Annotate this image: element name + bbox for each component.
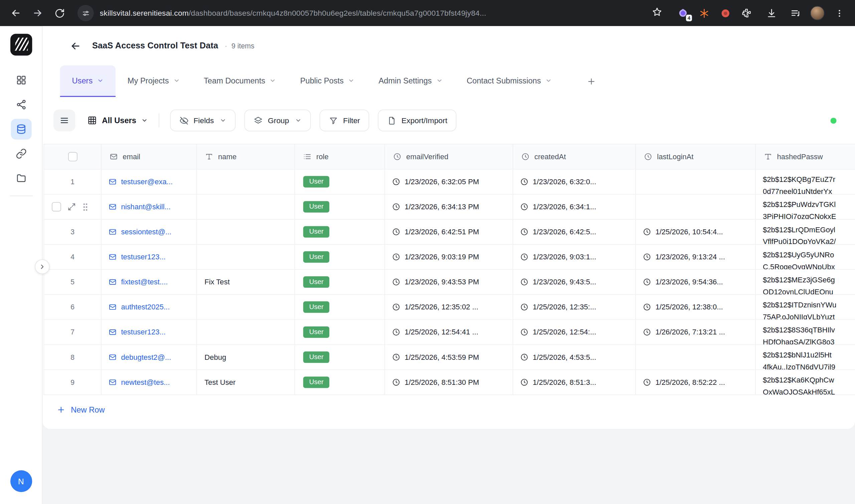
cell-createdAt[interactable]: 1/25/2026, 4:53:5... bbox=[513, 345, 635, 369]
column-header-emailVerified[interactable]: emailVerified bbox=[385, 145, 513, 169]
cell-createdAt[interactable]: 1/23/2026, 9:03:1... bbox=[513, 245, 635, 269]
cell-email[interactable]: debugtest2@... bbox=[102, 345, 197, 369]
expand-row-icon[interactable] bbox=[68, 203, 75, 211]
cell-emailVerified[interactable]: 1/25/2026, 12:35:02 ... bbox=[385, 295, 513, 319]
sidebar-item-integrations[interactable] bbox=[11, 94, 31, 115]
cell-lastLoginAt[interactable] bbox=[636, 345, 756, 369]
row-handle[interactable]: 8 bbox=[44, 345, 101, 369]
cell-createdAt[interactable]: 1/25/2026, 12:35:... bbox=[513, 295, 635, 319]
cell-emailVerified[interactable]: 1/25/2026, 12:54:41 ... bbox=[385, 320, 513, 344]
cell-emailVerified[interactable]: 1/23/2026, 9:03:19 PM bbox=[385, 245, 513, 269]
cell-role[interactable]: User bbox=[295, 295, 385, 319]
cell-lastLoginAt[interactable]: 1/23/2026, 9:54:36... bbox=[636, 270, 756, 294]
row-handle[interactable]: 5 bbox=[44, 270, 101, 294]
extensions-puzzle-icon[interactable] bbox=[739, 6, 753, 20]
cell-role[interactable]: User bbox=[295, 320, 385, 344]
media-queue-button[interactable] bbox=[786, 4, 805, 22]
cell-hashedPassword[interactable]: $2b$12$LrQDmEGoylVflfPu0i1DQpYoVKa2/ bbox=[756, 220, 855, 244]
extension-icon-round[interactable] bbox=[718, 6, 732, 20]
cell-name[interactable]: Test User bbox=[197, 370, 295, 395]
cell-email[interactable]: nishant@skill... bbox=[102, 195, 197, 219]
cell-emailVerified[interactable]: 1/23/2026, 6:34:13 PM bbox=[385, 195, 513, 219]
cell-hashedPassword[interactable]: $2b$12$bNlJ1u2l5Ht4fkAu..IzoTN6dVU7il9 bbox=[756, 345, 855, 369]
downloads-button[interactable] bbox=[762, 4, 781, 22]
cell-createdAt[interactable]: 1/23/2026, 9:43:5... bbox=[513, 270, 635, 294]
row-handle[interactable]: 1 bbox=[44, 169, 101, 194]
column-header-name[interactable]: name bbox=[197, 145, 295, 169]
view-list-menu-button[interactable] bbox=[53, 109, 75, 131]
export-import-button[interactable]: Export/Import bbox=[378, 109, 457, 131]
cell-email[interactable]: newtest@tes... bbox=[102, 370, 197, 395]
filter-button[interactable]: Filter bbox=[320, 109, 369, 131]
cell-hashedPassword[interactable]: $2b$12$KQBg7EuZ7r0d77neel01uNtderYx bbox=[756, 169, 855, 194]
cell-lastLoginAt[interactable]: 1/25/2026, 8:52:22 ... bbox=[636, 370, 756, 395]
select-all-checkbox[interactable] bbox=[68, 152, 77, 162]
column-header-createdAt[interactable]: createdAt bbox=[513, 145, 635, 169]
fields-button[interactable]: Fields bbox=[170, 109, 236, 131]
cell-createdAt[interactable]: 1/25/2026, 8:51:3... bbox=[513, 370, 635, 395]
tab-users[interactable]: Users bbox=[60, 66, 116, 97]
cell-hashedPassword[interactable]: $2b$12$ITDznisnYWu75AP.oJoNIIgVLbYuzt bbox=[756, 295, 855, 319]
bookmark-star-icon[interactable] bbox=[651, 7, 663, 20]
extension-icon-pinned[interactable]: 4 bbox=[676, 6, 690, 20]
sidebar-item-links[interactable] bbox=[11, 143, 31, 164]
cell-role[interactable]: User bbox=[295, 195, 385, 219]
cell-name[interactable]: Fix Test bbox=[197, 270, 295, 294]
cell-createdAt[interactable]: 1/25/2026, 12:54:... bbox=[513, 320, 635, 344]
cell-email[interactable]: authtest2025... bbox=[102, 295, 197, 319]
cell-role[interactable]: User bbox=[295, 370, 385, 395]
drag-handle-icon[interactable] bbox=[83, 203, 88, 211]
cell-lastLoginAt[interactable] bbox=[636, 169, 756, 194]
cell-emailVerified[interactable]: 1/23/2026, 6:42:51 PM bbox=[385, 220, 513, 244]
column-header-role[interactable]: role bbox=[295, 145, 385, 169]
sidebar-item-dashboard[interactable] bbox=[11, 70, 31, 90]
sidebar-item-databases[interactable] bbox=[11, 119, 31, 140]
cell-role[interactable]: User bbox=[295, 169, 385, 194]
cell-email[interactable]: testuser123... bbox=[102, 320, 197, 344]
cell-role[interactable]: User bbox=[295, 220, 385, 244]
cell-hashedPassword[interactable]: $2b$12$MEz3jGSe6gQD12ovnLClUdEQnu bbox=[756, 270, 855, 294]
site-info-icon[interactable] bbox=[77, 5, 94, 21]
back-to-base-button[interactable] bbox=[70, 40, 81, 51]
cell-emailVerified[interactable]: 1/25/2026, 4:53:59 PM bbox=[385, 345, 513, 369]
tab-admin-settings[interactable]: Admin Settings bbox=[367, 66, 455, 97]
sidebar-item-files[interactable] bbox=[11, 168, 31, 188]
back-button[interactable] bbox=[7, 4, 25, 22]
row-checkbox[interactable] bbox=[52, 202, 61, 212]
cell-email[interactable]: fixtest@test.... bbox=[102, 270, 197, 294]
extension-icon-asterisk[interactable] bbox=[697, 6, 711, 20]
cell-hashedPassword[interactable]: $2b$12$Ka6KQphCwOxWaQJQSAkHf65xL bbox=[756, 370, 855, 395]
column-header-lastLoginAt[interactable]: lastLoginAt bbox=[636, 145, 756, 169]
cell-role[interactable]: User bbox=[295, 270, 385, 294]
cell-email[interactable]: sessiontest@... bbox=[102, 220, 197, 244]
tab-contact-submissions[interactable]: Contact Submissions bbox=[455, 66, 564, 97]
cell-hashedPassword[interactable]: $2b$12$8S36qTBHIlvHDfQhagSA/ZlKG8o3 bbox=[756, 320, 855, 344]
cell-hashedPassword[interactable]: $2b$12$UyG5yUNRoC.5RogeQvgWNpUbx bbox=[756, 245, 855, 269]
cell-emailVerified[interactable]: 1/25/2026, 8:51:30 PM bbox=[385, 370, 513, 395]
view-selector[interactable]: All Users bbox=[87, 115, 147, 125]
address-bar[interactable]: skillsvital.serenitiesai.com/dashboard/b… bbox=[77, 5, 663, 21]
cell-name[interactable] bbox=[197, 320, 295, 344]
cell-role[interactable]: User bbox=[295, 345, 385, 369]
group-button[interactable]: Group bbox=[244, 109, 311, 131]
cell-createdAt[interactable]: 1/23/2026, 6:34:1... bbox=[513, 195, 635, 219]
row-handle[interactable]: 7 bbox=[44, 320, 101, 344]
cell-emailVerified[interactable]: 1/23/2026, 9:43:53 PM bbox=[385, 270, 513, 294]
cell-name[interactable] bbox=[197, 220, 295, 244]
cell-hashedPassword[interactable]: $2b$12$PuWdzvTGKl3PiPHIQi7ozgCNokxE bbox=[756, 195, 855, 219]
user-avatar[interactable]: N bbox=[10, 470, 32, 492]
add-table-button[interactable] bbox=[587, 66, 596, 97]
tab-public-posts[interactable]: Public Posts bbox=[288, 66, 367, 97]
cell-email[interactable]: testuser123... bbox=[102, 245, 197, 269]
cell-lastLoginAt[interactable]: 1/25/2026, 12:38:0... bbox=[636, 295, 756, 319]
row-handle[interactable]: 4 bbox=[44, 245, 101, 269]
column-header-hashedPassw[interactable]: hashedPassw bbox=[756, 145, 855, 169]
cell-lastLoginAt[interactable]: 1/23/2026, 9:13:24 ... bbox=[636, 245, 756, 269]
sidebar-expand-toggle[interactable] bbox=[35, 259, 49, 274]
cell-name[interactable] bbox=[197, 295, 295, 319]
tab-my-projects[interactable]: My Projects bbox=[116, 66, 192, 97]
row-handle[interactable]: 9 bbox=[44, 370, 101, 395]
cell-name[interactable] bbox=[197, 245, 295, 269]
cell-lastLoginAt[interactable] bbox=[636, 195, 756, 219]
row-handle[interactable]: 6 bbox=[44, 295, 101, 319]
